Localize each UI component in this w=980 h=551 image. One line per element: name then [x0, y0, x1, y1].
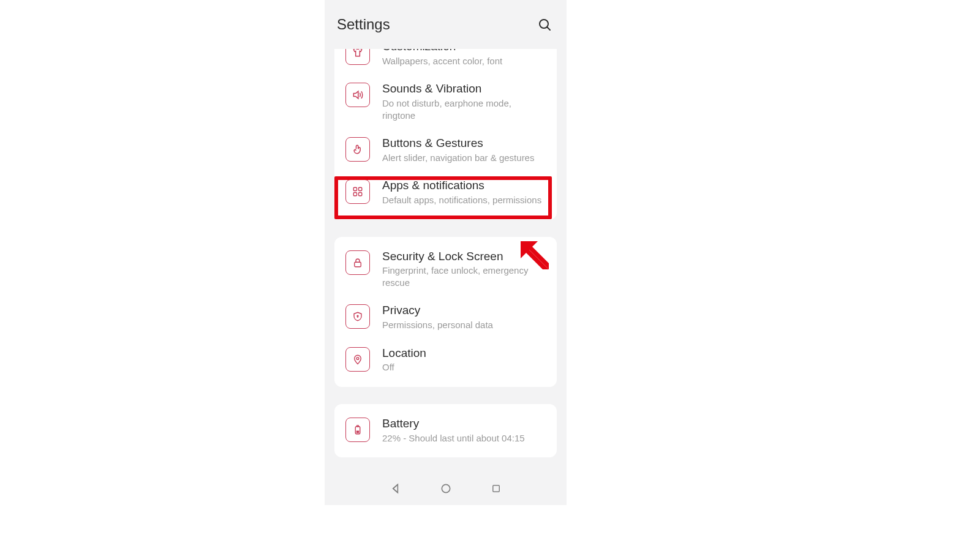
gesture-icon	[345, 137, 370, 162]
item-subtitle: Fingerprint, face unlock, emergency resc…	[382, 264, 546, 288]
sound-icon	[345, 83, 370, 107]
settings-card-battery: Battery 22% - Should last until about 04…	[334, 404, 557, 457]
item-title: Privacy	[382, 303, 546, 318]
item-text: Apps & notifications Default apps, notif…	[382, 178, 546, 206]
item-subtitle: Wallpapers, accent color, font	[382, 55, 546, 67]
stage: Settings Customizat	[0, 0, 980, 551]
item-title: Apps & notifications	[382, 178, 546, 193]
svg-rect-6	[355, 262, 361, 267]
item-title: Sounds & Vibration	[382, 81, 546, 96]
settings-item-location[interactable]: Location Off	[334, 339, 557, 381]
item-text: Buttons & Gestures Alert slider, navigat…	[382, 136, 546, 163]
circle-icon	[440, 482, 452, 495]
item-subtitle: Default apps, notifications, permissions	[382, 194, 546, 206]
lock-icon	[345, 250, 370, 275]
svg-rect-3	[359, 188, 362, 191]
apps-icon	[345, 179, 370, 204]
settings-item-privacy[interactable]: Privacy Permissions, personal data	[334, 296, 557, 338]
item-text: Location Off	[382, 346, 546, 373]
square-icon	[491, 483, 502, 494]
nav-recents-button[interactable]	[489, 482, 503, 495]
svg-point-7	[357, 316, 358, 317]
nav-home-button[interactable]	[439, 482, 453, 495]
svg-line-1	[548, 28, 551, 31]
svg-rect-5	[359, 193, 362, 196]
search-button[interactable]	[536, 16, 553, 33]
location-icon	[345, 347, 370, 372]
system-nav-bar	[325, 471, 567, 505]
settings-item-sounds[interactable]: Sounds & Vibration Do not disturb, earph…	[334, 74, 557, 129]
settings-item-security[interactable]: Security & Lock Screen Fingerprint, face…	[334, 242, 557, 296]
svg-point-8	[356, 357, 359, 359]
settings-header: Settings	[325, 0, 567, 49]
item-title: Security & Lock Screen	[382, 249, 546, 264]
svg-point-15	[442, 484, 450, 492]
battery-icon	[345, 418, 370, 442]
item-text: Customization Wallpapers, accent color, …	[382, 49, 546, 67]
item-subtitle: Alert slider, navigation bar & gestures	[382, 152, 546, 164]
svg-rect-2	[353, 188, 356, 191]
settings-card-security: Security & Lock Screen Fingerprint, face…	[334, 237, 557, 387]
settings-card-personalization: Customization Wallpapers, accent color, …	[334, 49, 557, 220]
nav-back-button[interactable]	[389, 482, 402, 495]
item-subtitle: Permissions, personal data	[382, 319, 546, 331]
search-icon	[537, 17, 552, 32]
shirt-icon	[345, 49, 370, 65]
item-text: Privacy Permissions, personal data	[382, 303, 546, 331]
item-subtitle: Do not disturb, earphone mode, ringtone	[382, 97, 546, 121]
item-title: Buttons & Gestures	[382, 136, 546, 151]
svg-rect-16	[492, 485, 499, 492]
back-icon	[390, 482, 402, 495]
item-text: Security & Lock Screen Fingerprint, face…	[382, 249, 546, 289]
settings-item-customization[interactable]: Customization Wallpapers, accent color, …	[334, 49, 557, 74]
item-subtitle: 22% - Should last until about 04:15	[382, 432, 546, 444]
page-title: Settings	[337, 16, 390, 33]
svg-rect-11	[356, 430, 360, 433]
item-title: Customization	[382, 49, 546, 54]
item-title: Battery	[382, 416, 546, 431]
item-text: Battery 22% - Should last until about 04…	[382, 416, 546, 444]
item-title: Location	[382, 346, 546, 361]
shield-icon	[345, 304, 370, 329]
item-text: Sounds & Vibration Do not disturb, earph…	[382, 81, 546, 121]
svg-rect-4	[353, 193, 356, 196]
settings-item-buttons[interactable]: Buttons & Gestures Alert slider, navigat…	[334, 129, 557, 171]
settings-item-apps[interactable]: Apps & notifications Default apps, notif…	[334, 171, 557, 213]
svg-rect-10	[357, 425, 359, 427]
item-subtitle: Off	[382, 361, 546, 373]
settings-scroll[interactable]: Customization Wallpapers, accent color, …	[325, 49, 567, 471]
phone-screen: Settings Customizat	[325, 0, 567, 505]
settings-item-battery[interactable]: Battery 22% - Should last until about 04…	[334, 409, 557, 451]
